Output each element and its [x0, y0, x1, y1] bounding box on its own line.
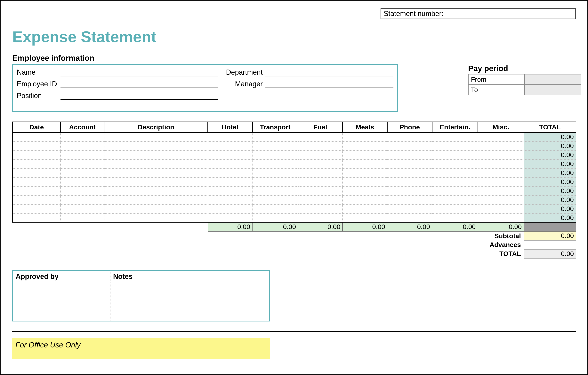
cell[interactable] — [252, 132, 298, 142]
cell[interactable] — [387, 159, 432, 168]
cell[interactable] — [343, 195, 387, 204]
position-field[interactable] — [61, 93, 218, 100]
cell[interactable] — [478, 213, 524, 222]
cell[interactable] — [387, 142, 432, 151]
cell[interactable] — [13, 142, 61, 151]
cell[interactable] — [343, 187, 387, 195]
pay-to-value[interactable] — [525, 85, 581, 95]
advances-value[interactable] — [524, 240, 576, 249]
cell[interactable] — [298, 177, 343, 187]
cell[interactable] — [298, 159, 343, 168]
cell[interactable] — [252, 195, 298, 204]
cell[interactable] — [13, 187, 61, 195]
cell[interactable] — [13, 168, 61, 177]
cell[interactable] — [208, 195, 252, 204]
cell[interactable] — [104, 168, 208, 177]
cell[interactable] — [13, 195, 61, 204]
employee-id-field[interactable] — [61, 81, 218, 88]
cell[interactable] — [432, 204, 478, 213]
cell[interactable] — [13, 159, 61, 168]
cell[interactable] — [387, 168, 432, 177]
cell[interactable] — [208, 187, 252, 195]
cell[interactable] — [298, 187, 343, 195]
cell[interactable] — [208, 132, 252, 142]
cell[interactable] — [387, 204, 432, 213]
cell[interactable] — [208, 213, 252, 222]
cell[interactable] — [252, 213, 298, 222]
cell[interactable] — [343, 168, 387, 177]
cell[interactable] — [252, 142, 298, 151]
cell[interactable] — [432, 168, 478, 177]
department-field[interactable] — [265, 69, 393, 77]
cell[interactable] — [104, 159, 208, 168]
cell[interactable] — [61, 177, 104, 187]
cell[interactable] — [61, 168, 104, 177]
cell[interactable] — [13, 177, 61, 187]
cell[interactable] — [104, 213, 208, 222]
cell[interactable] — [61, 132, 104, 142]
cell[interactable] — [387, 213, 432, 222]
cell[interactable] — [208, 142, 252, 151]
cell[interactable] — [432, 159, 478, 168]
cell[interactable] — [387, 151, 432, 159]
cell[interactable] — [13, 132, 61, 142]
cell[interactable] — [298, 195, 343, 204]
cell[interactable] — [432, 177, 478, 187]
cell[interactable] — [104, 187, 208, 195]
cell[interactable] — [252, 151, 298, 159]
manager-field[interactable] — [265, 81, 393, 88]
cell[interactable] — [343, 151, 387, 159]
statement-number-box[interactable]: Statement number: — [380, 8, 576, 19]
cell[interactable] — [208, 177, 252, 187]
cell[interactable] — [61, 213, 104, 222]
cell[interactable] — [478, 151, 524, 159]
cell[interactable] — [387, 195, 432, 204]
cell[interactable] — [387, 177, 432, 187]
cell[interactable] — [104, 195, 208, 204]
cell[interactable] — [61, 151, 104, 159]
cell[interactable] — [13, 151, 61, 159]
cell[interactable] — [478, 204, 524, 213]
cell[interactable] — [432, 151, 478, 159]
cell[interactable] — [208, 151, 252, 159]
cell[interactable] — [298, 142, 343, 151]
cell[interactable] — [343, 132, 387, 142]
cell[interactable] — [252, 168, 298, 177]
cell[interactable] — [208, 204, 252, 213]
cell[interactable] — [298, 204, 343, 213]
cell[interactable] — [298, 213, 343, 222]
cell[interactable] — [432, 132, 478, 142]
cell[interactable] — [13, 213, 61, 222]
pay-from-value[interactable] — [525, 74, 581, 85]
cell[interactable] — [343, 213, 387, 222]
cell[interactable] — [343, 142, 387, 151]
cell[interactable] — [252, 177, 298, 187]
cell[interactable] — [104, 142, 208, 151]
cell[interactable] — [478, 187, 524, 195]
cell[interactable] — [208, 159, 252, 168]
cell[interactable] — [387, 187, 432, 195]
cell[interactable] — [13, 204, 61, 213]
cell[interactable] — [61, 204, 104, 213]
cell[interactable] — [298, 168, 343, 177]
cell[interactable] — [432, 187, 478, 195]
cell[interactable] — [478, 195, 524, 204]
notes-field[interactable] — [110, 282, 270, 321]
cell[interactable] — [104, 177, 208, 187]
cell[interactable] — [298, 132, 343, 142]
cell[interactable] — [387, 132, 432, 142]
cell[interactable] — [432, 195, 478, 204]
cell[interactable] — [432, 142, 478, 151]
cell[interactable] — [298, 151, 343, 159]
cell[interactable] — [478, 159, 524, 168]
cell[interactable] — [104, 151, 208, 159]
cell[interactable] — [343, 159, 387, 168]
cell[interactable] — [61, 159, 104, 168]
cell[interactable] — [104, 204, 208, 213]
cell[interactable] — [478, 168, 524, 177]
cell[interactable] — [252, 187, 298, 195]
cell[interactable] — [252, 159, 298, 168]
cell[interactable] — [104, 132, 208, 142]
cell[interactable] — [478, 132, 524, 142]
approved-by-field[interactable] — [13, 282, 110, 321]
